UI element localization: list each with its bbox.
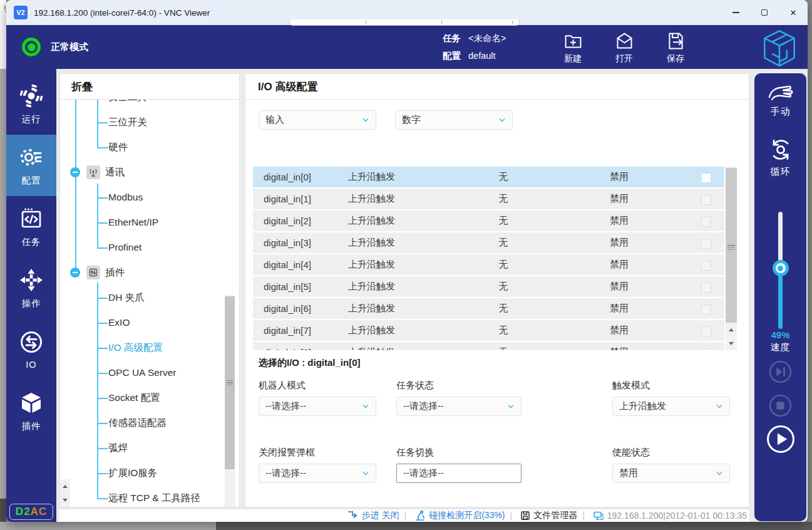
tree-item[interactable]: 扩展IO服务 xyxy=(60,460,239,486)
left-nav-item[interactable]: 配置 xyxy=(6,135,56,196)
tree-item[interactable]: 三位开关 xyxy=(60,110,239,135)
tree-item[interactable]: 插件 xyxy=(60,260,239,285)
table-row[interactable]: digital_in[4] 上升沿触发 无 禁用 xyxy=(253,254,724,276)
tree-item-label: 弧焊 xyxy=(108,442,128,455)
left-nav-item[interactable]: 运行 xyxy=(6,73,56,135)
form-field-value: 禁用 xyxy=(619,467,638,479)
tree-scrollbar[interactable] xyxy=(225,295,235,507)
tree-collapse-header[interactable]: 折叠 xyxy=(60,74,239,100)
tree-item[interactable]: 传感器适配器 xyxy=(60,410,239,435)
status-item[interactable]: 碰撞检测开启(33%) xyxy=(399,510,505,521)
transport-controls xyxy=(754,360,806,454)
cycle-mode-button[interactable]: 循环 xyxy=(754,136,806,178)
io-state-checkbox[interactable] xyxy=(701,348,711,350)
table-row[interactable]: digital_in[7] 上升沿触发 无 禁用 xyxy=(253,320,724,342)
io-state-checkbox[interactable] xyxy=(701,195,711,205)
trigger-action-cell: 无 xyxy=(456,237,550,249)
io-state-checkbox[interactable] xyxy=(701,173,711,183)
form-field-control[interactable]: --请选择-- xyxy=(259,464,376,483)
tree-item[interactable]: 弧焊 xyxy=(60,435,239,460)
d2ac-badge[interactable]: D2AC xyxy=(9,504,53,520)
form-field-group: 机器人模式 --请选择-- xyxy=(259,380,376,416)
form-field-control[interactable]: --请选择-- xyxy=(259,397,376,416)
tree-connector xyxy=(97,147,108,148)
tree-item-label: DH 夹爪 xyxy=(108,291,145,304)
tree-item[interactable]: 安全工具 xyxy=(60,100,239,110)
header-action-button[interactable]: 打开 xyxy=(604,31,644,65)
status-item[interactable]: 步进 关闭 xyxy=(347,510,399,521)
left-nav-item[interactable]: 操作 xyxy=(6,257,56,319)
table-scroll-up-icon[interactable] xyxy=(726,323,737,336)
tree-scroll-down-icon[interactable] xyxy=(60,493,70,507)
form-field-value: --请选择-- xyxy=(265,467,306,479)
tree-scroll-up-icon[interactable] xyxy=(60,479,70,493)
form-field-control[interactable]: --请选择-- xyxy=(396,397,522,416)
cycle-label: 循环 xyxy=(771,166,791,178)
slider-thumb[interactable] xyxy=(773,260,789,276)
table-row[interactable]: digital_in[1] 上升沿触发 无 禁用 xyxy=(253,189,724,210)
io-filter-select[interactable]: 输入 xyxy=(259,110,376,130)
status-item[interactable]: 文件管理器 xyxy=(505,510,578,521)
collapse-node-icon[interactable] xyxy=(70,167,80,177)
mode-label: 正常模式 xyxy=(51,41,88,53)
io-state-checkbox[interactable] xyxy=(701,326,711,336)
header-action-button[interactable]: 保存 xyxy=(655,31,696,65)
form-field-label: 任务切换 xyxy=(396,447,522,459)
tree-item[interactable]: DH 夹爪 xyxy=(60,285,239,310)
io-state-checkbox[interactable] xyxy=(701,283,711,293)
table-row[interactable]: digital_in[2] 上升沿触发 无 禁用 xyxy=(253,210,724,232)
minimize-button[interactable] xyxy=(721,0,750,25)
form-field-label: 关闭报警弹框 xyxy=(259,447,376,459)
tree-connector xyxy=(97,222,108,224)
table-row[interactable]: digital_in[5] 上升沿触发 无 禁用 xyxy=(253,276,724,298)
tree-connector xyxy=(97,323,108,324)
left-nav-item[interactable]: 任务 xyxy=(6,196,56,257)
io-advanced-config-panel: I/O 高级配置 输入 数字 xyxy=(245,73,749,507)
selected-io-value: digital_in[0] xyxy=(307,357,360,368)
tree-item[interactable]: Socket 配置 xyxy=(60,385,239,410)
collapse-node-icon[interactable] xyxy=(70,268,80,278)
io-state-checkbox[interactable] xyxy=(701,304,711,314)
form-field-group: 使能状态 禁用 xyxy=(612,447,730,483)
tree-item-label: 通讯 xyxy=(105,166,125,179)
speed-slider[interactable] xyxy=(773,212,789,329)
manual-mode-button[interactable]: 手动 xyxy=(754,82,806,118)
tree-item[interactable]: 通讯 xyxy=(60,160,239,185)
io-state-checkbox[interactable] xyxy=(701,239,711,249)
table-row[interactable]: digital_in[3] 上升沿触发 无 禁用 xyxy=(253,232,724,254)
tree-item[interactable]: ExIO xyxy=(60,310,239,335)
transport-button[interactable] xyxy=(766,425,795,454)
form-field-control[interactable]: 上升沿触发 xyxy=(612,397,730,416)
io-state-checkbox[interactable] xyxy=(701,261,711,271)
table-scrollbar[interactable] xyxy=(726,167,737,350)
table-row[interactable]: digital_in[8] 上升沿触发 无 禁用 xyxy=(253,342,724,350)
header-action-button[interactable]: 新建 xyxy=(553,31,593,65)
table-scroll-down-icon[interactable] xyxy=(726,336,737,350)
tree-item[interactable]: Modbus xyxy=(60,185,239,210)
io-state-cell xyxy=(688,193,724,204)
tree-item[interactable]: 硬件 xyxy=(60,135,239,160)
table-row[interactable]: digital_in[6] 上升沿触发 无 禁用 xyxy=(253,298,724,320)
form-field-control[interactable]: --请选择-- xyxy=(396,464,522,483)
form-field-control[interactable]: 禁用 xyxy=(612,464,730,483)
transport-button[interactable] xyxy=(769,360,792,383)
io-state-checkbox[interactable] xyxy=(701,217,711,227)
left-nav-item[interactable]: IO xyxy=(6,319,56,380)
close-button[interactable]: ✕ xyxy=(779,0,808,25)
maximize-button[interactable] xyxy=(750,0,779,25)
tree-item[interactable]: I/O 高级配置 xyxy=(60,335,239,360)
table-scrollbar-thumb[interactable] xyxy=(726,168,737,326)
tree-item[interactable]: EtherNet/IP xyxy=(60,210,239,235)
left-nav-item[interactable]: 插件 xyxy=(6,380,56,442)
io-filter-select[interactable]: 数字 xyxy=(395,110,513,130)
tree-item[interactable]: OPC UA Server xyxy=(60,360,239,385)
status-item[interactable]: 192.168.1.200|2012-01-01 00:13:35 xyxy=(577,511,747,521)
tree-item[interactable]: Profinet xyxy=(60,235,239,260)
tree-item[interactable]: 远程 TCP & 工具路径 xyxy=(60,486,239,507)
transport-button[interactable] xyxy=(769,394,792,417)
table-row[interactable]: digital_in[0] 上升沿触发 无 禁用 xyxy=(253,167,724,189)
tree-scrollbar-thumb[interactable] xyxy=(225,296,235,469)
desktop-bottom-strip-dark xyxy=(216,522,812,530)
open-file-icon xyxy=(614,31,635,51)
vnc-toolbar-handle[interactable] xyxy=(289,19,520,26)
